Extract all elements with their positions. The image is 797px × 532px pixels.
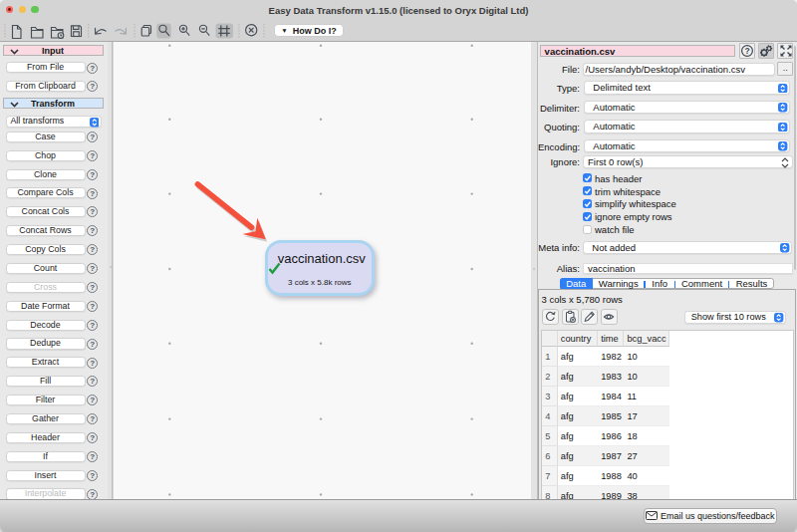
- svg-text:?: ?: [744, 46, 749, 56]
